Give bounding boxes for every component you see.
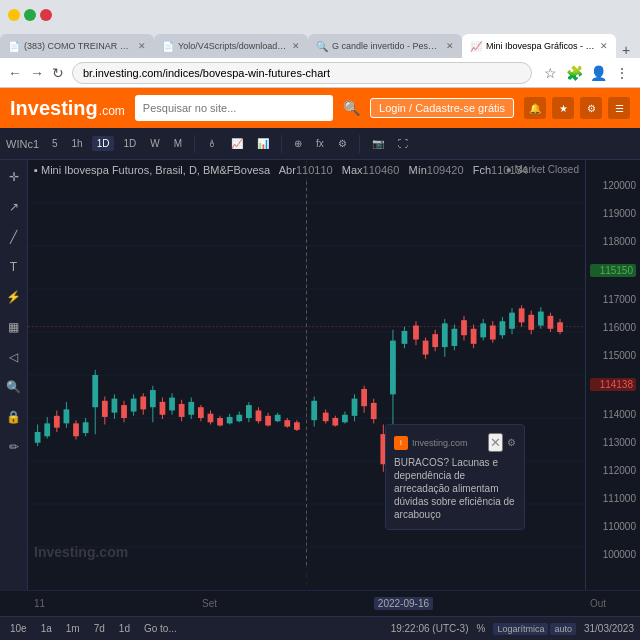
- zoom-tool[interactable]: 🔍: [3, 376, 25, 398]
- tab-1[interactable]: 📄 (383) COMO TREINAR UMA RE... ✕: [0, 34, 154, 58]
- tf-1d2-button[interactable]: 1D: [118, 136, 141, 151]
- compare-button[interactable]: ⊕: [289, 136, 307, 151]
- tab-2-favicon: 📄: [162, 41, 174, 52]
- title-bar: [0, 0, 640, 30]
- svg-rect-31: [131, 399, 137, 412]
- profile-button[interactable]: 👤: [588, 63, 608, 83]
- star-button[interactable]: ☆: [540, 63, 560, 83]
- svg-rect-74: [342, 415, 348, 423]
- tab-3-close[interactable]: ✕: [446, 41, 454, 51]
- svg-rect-23: [92, 375, 98, 407]
- popup-settings-button[interactable]: ⚙: [507, 437, 516, 448]
- svg-rect-80: [371, 403, 377, 419]
- tab-3-favicon: 🔍: [316, 41, 328, 52]
- svg-rect-114: [538, 312, 544, 326]
- fullscreen-button[interactable]: ⛶: [393, 136, 413, 151]
- tab-4[interactable]: 📈 Mini Ibovespa Gráficos - Inves... ✕: [462, 34, 616, 58]
- goto-button[interactable]: Go to...: [140, 621, 181, 636]
- forward-button[interactable]: →: [30, 65, 44, 81]
- notif-icon[interactable]: 🔔: [524, 97, 546, 119]
- site-search-input[interactable]: [135, 95, 333, 121]
- svg-rect-45: [198, 407, 204, 418]
- chart-type-candle[interactable]: 🕯: [202, 136, 222, 151]
- svg-rect-27: [112, 399, 118, 413]
- price-current-green: 115150: [590, 264, 636, 277]
- text-tool[interactable]: T: [3, 256, 25, 278]
- svg-rect-118: [557, 322, 563, 332]
- close-button[interactable]: [40, 9, 52, 21]
- tf-w-button[interactable]: W: [145, 136, 164, 151]
- log-button[interactable]: Logarítmica: [493, 623, 548, 635]
- tab-4-favicon: 📈: [470, 41, 482, 52]
- screenshot-button[interactable]: 📷: [367, 136, 389, 151]
- time-label-date: 2022-09-16: [374, 597, 433, 610]
- pattern-tool[interactable]: ▦: [3, 316, 25, 338]
- svg-rect-65: [294, 422, 300, 430]
- header-icons: 🔔 ★ ⚙ ☰: [524, 97, 630, 119]
- chart-watermark: Investing.com: [34, 544, 128, 560]
- tab-4-close[interactable]: ✕: [600, 41, 608, 51]
- refresh-button[interactable]: ↻: [52, 65, 64, 81]
- price-120000: 120000: [590, 180, 636, 191]
- login-button[interactable]: Login / Cadastre-se grátis: [370, 98, 514, 118]
- svg-rect-57: [256, 410, 262, 421]
- chart-type-bar[interactable]: 📊: [252, 136, 274, 151]
- tab-3-title: G candle invertido - Pesquisa Goo...: [332, 41, 442, 51]
- svg-rect-78: [361, 389, 367, 406]
- price-100000: 100000: [590, 549, 636, 560]
- fib-tool[interactable]: ⚡: [3, 286, 25, 308]
- svg-rect-110: [519, 308, 525, 322]
- separator-1: [194, 135, 195, 153]
- new-tab-button[interactable]: +: [616, 42, 636, 58]
- chart-type-line[interactable]: 📈: [226, 136, 248, 151]
- range-1a-button[interactable]: 1a: [37, 621, 56, 636]
- svg-rect-106: [500, 321, 506, 335]
- minimize-button[interactable]: [8, 9, 20, 21]
- price-110000: 110000: [590, 521, 636, 532]
- logo-text: Investing: [10, 97, 98, 120]
- settings-button[interactable]: ⚙: [333, 136, 352, 151]
- bottom-right-controls: 19:22:06 (UTC-3) % Logarítmica auto 31/0…: [391, 623, 634, 635]
- svg-rect-51: [227, 417, 233, 423]
- svg-rect-55: [246, 405, 252, 418]
- extension-button[interactable]: 🧩: [564, 63, 584, 83]
- arrow-tool[interactable]: ↗: [3, 196, 25, 218]
- svg-rect-35: [150, 390, 156, 407]
- maximize-button[interactable]: [24, 9, 36, 21]
- tab-1-title: (383) COMO TREINAR UMA RE...: [24, 41, 134, 51]
- tf-5-button[interactable]: 5: [47, 136, 63, 151]
- time-label-11: 11: [34, 598, 45, 609]
- popup-close-button[interactable]: ✕: [488, 433, 503, 452]
- range-10e-button[interactable]: 10e: [6, 621, 31, 636]
- range-1d-button[interactable]: 1d: [115, 621, 134, 636]
- svg-rect-33: [140, 397, 146, 410]
- menu-button[interactable]: ⋮: [612, 63, 632, 83]
- settings-icon-header[interactable]: ⚙: [580, 97, 602, 119]
- back-button[interactable]: ←: [8, 65, 22, 81]
- svg-rect-112: [528, 315, 534, 330]
- line-tool[interactable]: ╱: [3, 226, 25, 248]
- svg-rect-13: [44, 423, 50, 436]
- range-1m-button[interactable]: 1m: [62, 621, 84, 636]
- tf-1h-button[interactable]: 1h: [67, 136, 88, 151]
- svg-rect-86: [402, 331, 408, 344]
- address-input[interactable]: [72, 62, 532, 84]
- chart-date: 31/03/2023: [584, 623, 634, 634]
- tf-m-button[interactable]: M: [169, 136, 187, 151]
- tab-1-close[interactable]: ✕: [138, 41, 146, 51]
- crosshair-tool[interactable]: ✛: [3, 166, 25, 188]
- lock-tool[interactable]: 🔒: [3, 406, 25, 428]
- svg-rect-98: [461, 320, 467, 335]
- tab-3[interactable]: 🔍 G candle invertido - Pesquisa Goo... ✕: [308, 34, 462, 58]
- more-tool[interactable]: ✏: [3, 436, 25, 458]
- tab-2[interactable]: 📄 Yolo/V4Scripts/downloadimage... ✕: [154, 34, 308, 58]
- tab-2-close[interactable]: ✕: [292, 41, 300, 51]
- tf-1d-button[interactable]: 1D: [92, 136, 115, 151]
- range-7d-button[interactable]: 7d: [90, 621, 109, 636]
- menu-icon-header[interactable]: ☰: [608, 97, 630, 119]
- indicators-button[interactable]: fx: [311, 136, 329, 151]
- star-icon-header[interactable]: ★: [552, 97, 574, 119]
- site-search-button[interactable]: 🔍: [343, 100, 360, 116]
- auto-button[interactable]: auto: [550, 623, 576, 635]
- ruler-tool[interactable]: ◁: [3, 346, 25, 368]
